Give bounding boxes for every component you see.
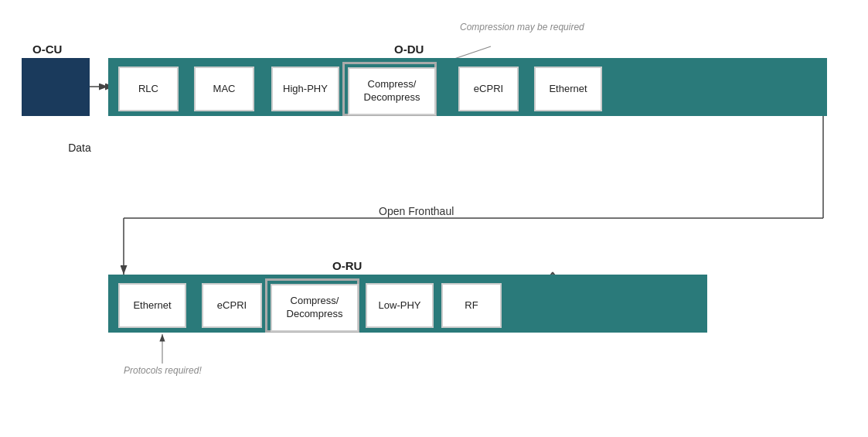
compress-decompress-oru-label: Compress/ Decompress (287, 295, 343, 321)
ocu-outer-box: Data (22, 58, 90, 116)
diagram-container: O-CU Data O-DU RLC MAC High-PHY Compress… (0, 0, 868, 437)
open-fronthaul-label: Open Fronthaul (379, 205, 454, 217)
compress-highlight-oru: Compress/ Decompress (265, 278, 359, 333)
oru-container: Ethernet eCPRI Compress/ Decompress Low-… (108, 275, 707, 333)
ethernet-oru-label: Ethernet (133, 299, 171, 312)
ocu-label: O-CU (32, 43, 62, 56)
compress-decompress-oru-block: Compress/ Decompress (271, 284, 359, 332)
mac-label: MAC (213, 83, 236, 96)
ethernet-odu-label: Ethernet (549, 83, 587, 96)
ecpri-odu-block: eCPRI (458, 67, 519, 111)
rf-block: RF (441, 283, 502, 328)
high-phy-block: High-PHY (271, 67, 339, 111)
ecpri-oru-label: eCPRI (217, 299, 247, 312)
ethernet-oru-block: Ethernet (118, 283, 186, 328)
ocu-data-block: Data (52, 125, 107, 170)
odu-label: O-DU (394, 43, 424, 56)
compress-highlight-odu: Compress/ Decompress (342, 62, 437, 116)
mac-block: MAC (194, 67, 254, 111)
high-phy-label: High-PHY (283, 83, 328, 96)
ecpri-oru-block: eCPRI (202, 283, 262, 328)
rlc-block: RLC (118, 67, 179, 111)
compress-decompress-odu-block: Compress/ Decompress (348, 67, 436, 115)
odu-container: RLC MAC High-PHY Compress/ Decompress eC… (108, 58, 827, 116)
protocols-annotation: Protocols required! (124, 365, 202, 376)
rf-label: RF (465, 299, 478, 312)
rlc-label: RLC (138, 83, 158, 96)
low-phy-block: Low-PHY (366, 283, 434, 328)
compress-decompress-odu-label: Compress/ Decompress (364, 78, 420, 104)
ethernet-odu-block: Ethernet (534, 67, 602, 111)
low-phy-label: Low-PHY (379, 299, 421, 312)
ecpri-odu-label: eCPRI (474, 83, 503, 96)
ocu-data-label: Data (68, 142, 91, 154)
oru-label: O-RU (332, 259, 362, 272)
compression-annotation: Compression may be required (460, 22, 584, 32)
